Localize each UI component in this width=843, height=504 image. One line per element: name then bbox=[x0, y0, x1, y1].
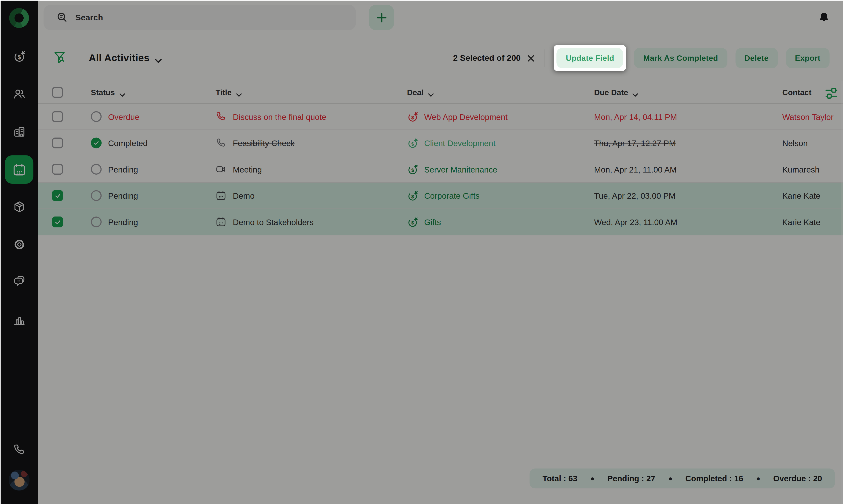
dot-separator: ● bbox=[756, 474, 760, 483]
table-header-row: Status Title Deal Due Date Contact bbox=[38, 82, 843, 104]
contact-name[interactable]: Karie Kate bbox=[782, 191, 820, 200]
search-box[interactable] bbox=[44, 5, 356, 30]
phone-icon bbox=[13, 443, 25, 456]
chevron-down-icon bbox=[236, 90, 243, 95]
row-checkbox[interactable] bbox=[52, 138, 63, 148]
deal-icon: $ bbox=[407, 111, 418, 122]
call-icon bbox=[216, 138, 226, 148]
table-row[interactable]: Pending Demo to Stakeholders $ Gifts Wed… bbox=[38, 209, 843, 235]
due-date: Mon, Apr 21, 11.00 AM bbox=[594, 165, 676, 174]
status-label: Overdue bbox=[108, 112, 139, 121]
deal-name[interactable]: Corporate Gifts bbox=[424, 191, 480, 200]
table-row[interactable]: Pending Demo $ Corporate Gifts Tue, Apr … bbox=[38, 183, 843, 209]
call-icon bbox=[216, 111, 226, 122]
deal-name[interactable]: Server Manitenance bbox=[424, 165, 497, 174]
table-row[interactable]: Completed Feasibility Check $ Client Dev… bbox=[38, 130, 843, 156]
svg-text:$: $ bbox=[411, 220, 414, 225]
status-label: Pending bbox=[108, 191, 138, 200]
activity-title: Meeting bbox=[233, 165, 262, 174]
status-radio[interactable] bbox=[91, 216, 102, 227]
due-date: Wed, Apr 23, 11.00 AM bbox=[594, 217, 677, 227]
activity-title: Demo bbox=[233, 191, 255, 200]
filter-funnel-icon[interactable] bbox=[53, 51, 66, 65]
sidebar: $ bbox=[0, 0, 38, 504]
calendar-icon bbox=[216, 190, 226, 201]
sidebar-item-settings[interactable] bbox=[7, 232, 31, 256]
sidebar-item-companies[interactable] bbox=[7, 119, 31, 143]
sidebar-item-deals[interactable]: $ bbox=[7, 44, 31, 68]
table-row[interactable]: Overdue Discuss on the final quote $ Web… bbox=[38, 104, 843, 130]
deal-name[interactable]: Gifts bbox=[424, 217, 441, 227]
status-label: Pending bbox=[108, 217, 138, 227]
column-settings-icon[interactable] bbox=[815, 85, 838, 100]
table-row[interactable]: Pending Meeting $ Server Manitenance Mon… bbox=[38, 156, 843, 183]
notifications-bell-icon[interactable] bbox=[818, 11, 830, 24]
add-button[interactable] bbox=[369, 5, 394, 30]
row-checkbox[interactable] bbox=[52, 111, 63, 122]
select-all-checkbox[interactable] bbox=[52, 87, 63, 98]
status-completed-icon[interactable] bbox=[91, 138, 102, 148]
header-status[interactable]: Status bbox=[72, 88, 199, 97]
deal-icon: $ bbox=[407, 216, 418, 228]
row-checkbox[interactable] bbox=[52, 216, 63, 227]
sidebar-item-phone[interactable] bbox=[7, 437, 31, 462]
mark-as-completed-button[interactable]: Mark As Completed bbox=[634, 48, 727, 68]
app-logo-icon bbox=[9, 8, 29, 28]
contact-name[interactable]: Karie Kate bbox=[782, 217, 820, 227]
contact-name[interactable]: Watson Taylor bbox=[782, 112, 833, 121]
search-input[interactable] bbox=[75, 13, 333, 22]
package-icon bbox=[13, 200, 25, 213]
sidebar-item-contacts[interactable] bbox=[7, 82, 31, 106]
view-selector[interactable]: All Activities bbox=[89, 52, 162, 64]
svg-text:$: $ bbox=[411, 167, 414, 173]
chevron-down-icon bbox=[119, 90, 126, 95]
delete-button[interactable]: Delete bbox=[735, 48, 778, 68]
activities-toolbar: All Activities 2 Selected of 200 Update … bbox=[38, 34, 843, 82]
buildings-icon bbox=[13, 125, 25, 138]
search-icon bbox=[56, 12, 68, 23]
contact-name[interactable]: Nelson bbox=[782, 138, 808, 147]
bar-chart-icon bbox=[13, 313, 25, 326]
header-deal[interactable]: Deal bbox=[390, 88, 578, 97]
status-radio[interactable] bbox=[91, 164, 102, 175]
status-radio[interactable] bbox=[91, 111, 102, 122]
header-due-date[interactable]: Due Date bbox=[578, 88, 766, 97]
status-radio[interactable] bbox=[91, 190, 102, 201]
due-date: Tue, Apr 22, 03.00 PM bbox=[594, 191, 675, 200]
calendar-icon bbox=[12, 162, 26, 177]
user-avatar[interactable] bbox=[8, 470, 30, 491]
update-field-spotlight: Update Field bbox=[554, 45, 626, 71]
deal-name[interactable]: Web App Development bbox=[424, 112, 507, 121]
sidebar-item-reports[interactable] bbox=[7, 308, 31, 332]
row-checkbox[interactable] bbox=[52, 164, 63, 175]
activities-table: Status Title Deal Due Date Contact bbox=[38, 82, 843, 235]
dollar-cycle-icon: $ bbox=[13, 50, 25, 62]
scrollbar-track[interactable] bbox=[841, 80, 843, 504]
summary-pending: Pending : 27 bbox=[607, 474, 655, 483]
due-date: Thu, Apr 17, 12.27 PM bbox=[594, 138, 676, 147]
activity-title: Demo to Stakeholders bbox=[233, 217, 313, 227]
export-button[interactable]: Export bbox=[786, 48, 830, 68]
header-title[interactable]: Title bbox=[199, 88, 390, 97]
deal-icon: $ bbox=[407, 137, 418, 148]
status-label: Pending bbox=[108, 165, 138, 174]
bulk-actions: 2 Selected of 200 Update Field Mark As C… bbox=[453, 34, 829, 82]
dot-separator: ● bbox=[668, 474, 672, 483]
svg-text:$: $ bbox=[411, 141, 414, 146]
clear-selection-icon[interactable] bbox=[527, 54, 535, 62]
summary-bar: Total : 63 ● Pending : 27 ● Completed : … bbox=[530, 468, 835, 488]
sidebar-item-activities[interactable] bbox=[5, 155, 33, 184]
update-field-button[interactable]: Update Field bbox=[557, 48, 623, 68]
dot-separator: ● bbox=[590, 474, 595, 483]
view-selector-label: All Activities bbox=[89, 52, 150, 64]
selection-count: 2 Selected of 200 bbox=[453, 53, 521, 63]
row-checkbox[interactable] bbox=[52, 190, 63, 201]
summary-total: Total : 63 bbox=[543, 474, 578, 483]
sidebar-item-products[interactable] bbox=[7, 195, 31, 219]
due-date: Mon, Apr 14, 04.11 PM bbox=[594, 112, 677, 121]
contact-name[interactable]: Kumaresh bbox=[782, 165, 819, 174]
sidebar-item-chat[interactable] bbox=[7, 269, 31, 293]
activity-title: Discuss on the final quote bbox=[233, 112, 326, 121]
deal-name[interactable]: Client Development bbox=[424, 138, 496, 147]
chevron-down-icon bbox=[155, 56, 162, 60]
